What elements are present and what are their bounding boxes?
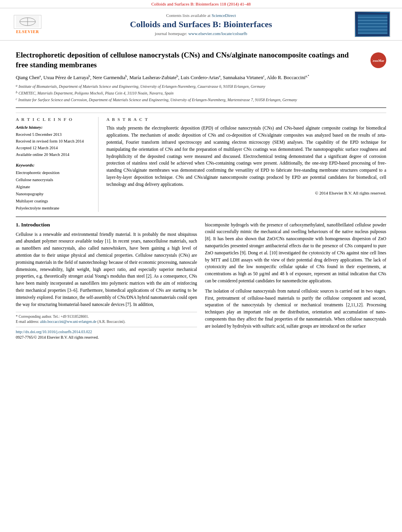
- affiliation-c: c Institute for Surface Science and Corr…: [16, 97, 386, 103]
- elsevier-logo: ELSEVIER: [8, 15, 47, 34]
- intro-paragraph-2: biocomposite hydrogels with the presence…: [205, 222, 386, 285]
- article-title-section: Electrophoretic deposition of cellulose …: [16, 44, 386, 108]
- keyword-2: Cellulose nanocrystals: [16, 176, 90, 184]
- header-left: ELSEVIER: [8, 15, 47, 34]
- affiliation-a: a Institute of Biomaterials, Department …: [16, 83, 386, 89]
- article-info-col: A R T I C L E I N F O Article history: R…: [16, 117, 99, 211]
- homepage-url[interactable]: www.elsevier.com/locate/colsurfb: [188, 31, 248, 36]
- author-affiliations: a Institute of Biomaterials, Department …: [16, 83, 386, 103]
- affiliation-c-text: Institute for Surface Science and Corros…: [19, 97, 297, 103]
- abstract-col: A B S T R A C T This study presents the …: [99, 117, 386, 211]
- keywords-label: Keywords:: [16, 163, 90, 167]
- doi-section: http://dx.doi.org/10.1016/j.colsurfb.201…: [16, 327, 197, 339]
- history-revised: Received in revised form 10 March 2014: [16, 138, 90, 145]
- journal-homepage: journal homepage: www.elsevier.com/locat…: [47, 31, 355, 36]
- author-names: Qiang Chena, Uxua Pérez de Larrayab, Ner…: [16, 74, 386, 81]
- article-info-abstract-section: A R T I C L E I N F O Article history: R…: [16, 113, 386, 211]
- intro-heading: 1. Introduction: [16, 222, 197, 228]
- issn-text: 0927-7765/© 2014 Elsevier B.V. All right…: [16, 335, 197, 339]
- authors-text: Qiang Chena, Uxua Pérez de Larrayab, Ner…: [16, 75, 309, 80]
- journal-citation: Colloids and Surfaces B: Biointerfaces 1…: [151, 2, 251, 6]
- body-content: 1. Introduction Cellulose is a renewable…: [16, 222, 386, 341]
- abstract-copyright: © 2014 Elsevier B.V. All rights reserved…: [106, 191, 386, 195]
- section-divider: [16, 217, 386, 217]
- authors-section: Qiang Chena, Uxua Pérez de Larrayab, Ner…: [16, 74, 386, 103]
- keyword-3: Alginate: [16, 184, 90, 191]
- affiliation-b: b CEMITEC, Materials Department, Polígon…: [16, 90, 386, 96]
- header-right: [355, 11, 394, 37]
- article-title: Electrophoretic deposition of cellulose …: [16, 50, 370, 70]
- footnote-section: * Corresponding author. Tel.: +49 913185…: [16, 312, 197, 324]
- keyword-1: Electrophoretic deposition: [16, 169, 90, 176]
- abstract-label: A B S T R A C T: [106, 117, 386, 122]
- journal-title: Colloids and Surfaces B: Biointerfaces: [47, 19, 355, 30]
- svg-rect-5: [358, 15, 387, 34]
- crossmark-badge: CrossMark: [370, 52, 386, 68]
- keyword-6: Polyelectrolyte membrane: [16, 205, 90, 212]
- elsevier-logo-image: [14, 15, 41, 29]
- elsevier-name: ELSEVIER: [16, 30, 39, 34]
- contents-line: Contents lists available at ScienceDirec…: [47, 13, 355, 18]
- article-title-header: Electrophoretic deposition of cellulose …: [16, 50, 386, 70]
- header-center: Contents lists available at ScienceDirec…: [47, 13, 355, 36]
- doi-link[interactable]: http://dx.doi.org/10.1016/j.colsurfb.201…: [16, 330, 197, 334]
- journal-thumbnail-image: [355, 11, 390, 37]
- affiliation-b-text: CEMITEC, Materials Department, Polígono …: [19, 90, 173, 96]
- article-history-label: Article history:: [16, 125, 90, 130]
- affiliation-a-text: Institute of Biomaterials, Department of…: [19, 83, 265, 89]
- history-received: Received 5 December 2013: [16, 132, 90, 138]
- science-direct-link[interactable]: ScienceDirect: [212, 13, 236, 18]
- footnote-corresponding: * Corresponding author. Tel.: +49 913185…: [16, 315, 197, 319]
- header-section: ELSEVIER Contents lists available at Sci…: [0, 8, 402, 41]
- keyword-4: Nanotopography: [16, 191, 90, 198]
- body-col-right: biocomposite hydrogels with the presence…: [205, 222, 386, 341]
- author-email[interactable]: aldo.boccaccini@ww.uni-erlangen.de: [40, 320, 97, 324]
- intro-paragraph-3: The isolation of cellulose nanocrystals …: [205, 288, 386, 330]
- abstract-text: This study presents the electrophoretic …: [106, 125, 386, 188]
- history-accepted: Accepted 12 March 2014: [16, 145, 90, 152]
- main-content: Electrophoretic deposition of cellulose …: [0, 41, 402, 345]
- keyword-5: Multilayer coatings: [16, 198, 90, 205]
- history-online: Available online 20 March 2014: [16, 152, 90, 158]
- article-info-label: A R T I C L E I N F O: [16, 117, 90, 122]
- journal-bar: Colloids and Surfaces B: Biointerfaces 1…: [0, 0, 402, 8]
- intro-paragraph-1: Cellulose is a renewable and environment…: [16, 231, 197, 308]
- footnote-email: E-mail address: aldo.boccaccini@ww.uni-e…: [16, 320, 197, 324]
- svg-text:CrossMark: CrossMark: [372, 59, 384, 63]
- body-col-left: 1. Introduction Cellulose is a renewable…: [16, 222, 197, 341]
